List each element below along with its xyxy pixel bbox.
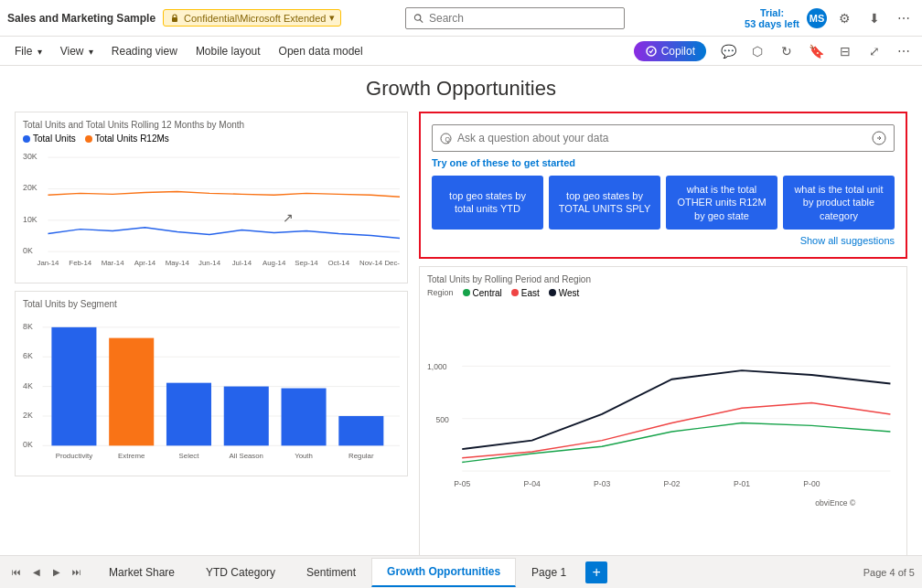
svg-rect-37 [166,383,211,446]
legend-region: Region [427,288,454,298]
top-bar: Sales and Marketing Sample Confidential\… [0,0,922,37]
qa-suggestion-2[interactable]: top geo states by TOTAL UNITS SPLY [549,176,660,230]
svg-text:Dec-14: Dec-14 [384,259,400,267]
page-title: Growth Opportunities [15,77,907,101]
menu-reading-view[interactable]: Reading view [104,41,185,61]
svg-text:Regular: Regular [348,452,374,460]
search-input[interactable] [429,12,616,25]
rolling-chart-legend: Region Central East West [427,288,899,298]
svg-text:Extreme: Extreme [118,452,145,460]
svg-rect-38 [224,387,269,446]
qa-submit-icon[interactable] [872,131,886,145]
svg-text:obviEnce ©: obviEnce © [815,498,856,508]
line-chart-box: Total Units and Total Units Rolling 12 M… [15,112,408,283]
svg-rect-39 [282,389,327,446]
svg-text:0K: 0K [23,440,33,449]
svg-point-1 [414,14,420,19]
svg-text:4K: 4K [23,381,33,390]
expand-icon[interactable]: ⤢ [863,40,885,62]
svg-text:Select: Select [179,452,200,460]
menu-mobile-layout[interactable]: Mobile layout [188,41,268,61]
svg-text:6K: 6K [23,351,33,360]
menu-open-data-model[interactable]: Open data model [272,41,370,61]
page-nav-buttons: ⏮ ◀ ▶ ⏭ [7,563,86,582]
svg-text:Youth: Youth [295,452,313,460]
nav-next-icon[interactable]: ▶ [48,563,66,582]
svg-text:8K: 8K [23,322,33,331]
svg-text:10K: 10K [23,215,38,224]
nav-last-icon[interactable]: ⏭ [68,563,86,582]
main-content: Growth Opportunities Total Units and Tot… [0,66,922,555]
rolling-chart-box: Total Units by Rolling Period and Region… [419,266,907,555]
menu-bar: File ▾ View ▾ Reading view Mobile layout… [0,37,922,66]
line-chart-title: Total Units and Total Units Rolling 12 M… [23,120,400,130]
legend-total-units: Total Units [23,134,76,144]
user-avatar[interactable]: MS [807,8,827,28]
svg-text:Productivity: Productivity [56,452,93,460]
svg-text:20K: 20K [23,183,38,192]
svg-text:Jan-14: Jan-14 [37,259,59,267]
svg-text:P-05: P-05 [454,479,470,488]
tab-sentiment[interactable]: Sentiment [291,558,371,587]
legend-west: West [549,288,580,298]
refresh-icon[interactable]: ↻ [776,40,798,62]
qa-input-row[interactable]: Q [432,124,895,152]
filter-icon[interactable]: ⊟ [834,40,856,62]
qa-icon: Q [440,133,452,144]
nav-first-icon[interactable]: ⏮ [7,563,26,582]
line-chart-legend: Total Units Total Units R12Ms [23,134,400,144]
svg-text:30K: 30K [23,152,38,161]
tab-ytd-category[interactable]: YTD Category [190,558,291,587]
trial-badge: Trial: 53 days left [745,7,799,29]
right-panel: Q Try one of these to get started top ge… [419,112,907,555]
qa-hint: Try one of these to get started [432,157,895,168]
menu-file[interactable]: File ▾ [7,41,49,61]
rolling-chart-title: Total Units by Rolling Period and Region [427,274,899,284]
lock-icon [169,13,180,24]
svg-text:Feb-14: Feb-14 [69,259,91,267]
svg-text:Oct-14: Oct-14 [328,259,350,267]
qa-suggestion-4[interactable]: what is the total unit by product table … [783,176,895,230]
confidential-label: Confidential\Microsoft Extended [184,13,326,24]
copilot-icon [645,45,658,58]
bar-chart-svg: 8K 6K 4K 2K 0K [23,313,400,468]
svg-text:Q: Q [445,135,451,143]
tab-page-1[interactable]: Page 1 [516,558,582,587]
charts-area: Total Units and Total Units Rolling 12 M… [15,112,907,555]
nav-prev-icon[interactable]: ◀ [27,563,46,582]
svg-text:↗: ↗ [283,211,294,225]
settings-icon[interactable]: ⚙ [834,7,856,29]
download-icon[interactable]: ⬇ [863,7,885,29]
svg-text:P-00: P-00 [803,479,820,488]
line-chart-svg: 30K 20K 10K 0K Jan-14 [23,147,400,275]
legend-dot-green [463,289,470,296]
qa-input[interactable] [457,132,866,144]
bar-chart-area: 8K 6K 4K 2K 0K [23,313,400,468]
qa-suggestion-3[interactable]: what is the total OTHER units R12M by ge… [666,176,777,230]
legend-east: East [511,288,540,298]
menu-view[interactable]: View ▾ [53,41,101,61]
legend-dot-red [511,289,519,296]
more-options-icon[interactable]: ⋯ [893,40,915,62]
left-panel: Total Units and Total Units Rolling 12 M… [15,112,408,555]
tab-market-share[interactable]: Market Share [93,558,190,587]
qa-show-all[interactable]: Show all suggestions [432,235,895,246]
bookmark-icon[interactable]: 🔖 [805,40,827,62]
tab-growth-opportunities[interactable]: Growth Opportunities [371,558,516,587]
comment-icon[interactable]: 💬 [717,40,739,62]
svg-rect-36 [109,338,154,446]
svg-text:P-02: P-02 [663,479,680,488]
search-box[interactable] [405,7,625,29]
svg-text:All Season: All Season [230,452,263,460]
svg-rect-40 [338,416,383,445]
top-bar-left: Sales and Marketing Sample Confidential\… [7,9,341,27]
chevron-down-icon: ▾ [329,12,335,24]
svg-text:Nov-14: Nov-14 [359,259,383,267]
tab-add-button[interactable]: + [585,561,607,583]
toolbar-icons: 💬 ⬡ ↻ 🔖 ⊟ ⤢ ⋯ [717,40,915,62]
qa-suggestion-1[interactable]: top geo states by total units YTD [432,176,543,230]
copilot-button[interactable]: Copilot [634,41,706,61]
more-icon[interactable]: ⋯ [893,7,915,29]
line-chart-area: 30K 20K 10K 0K Jan-14 [23,147,400,275]
share-icon[interactable]: ⬡ [746,40,768,62]
